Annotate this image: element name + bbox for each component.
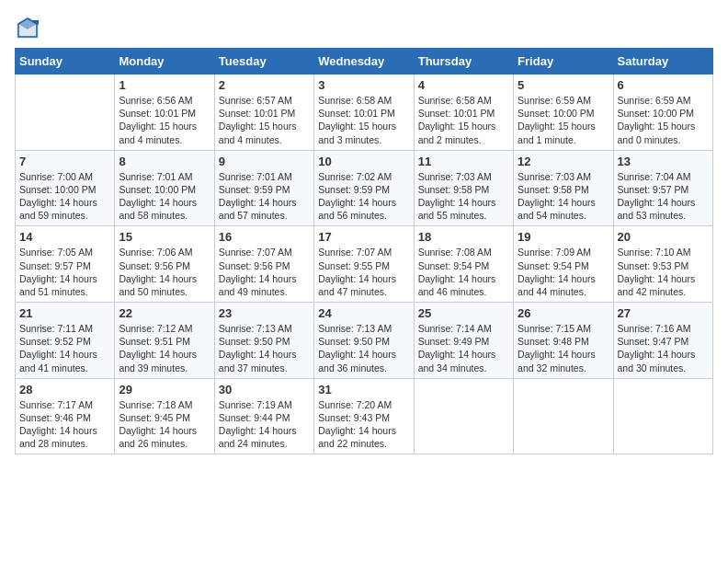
column-header-monday: Monday [115, 49, 214, 75]
calendar-cell: 27Sunrise: 7:16 AM Sunset: 9:47 PM Dayli… [613, 303, 712, 379]
calendar-cell: 11Sunrise: 7:03 AM Sunset: 9:58 PM Dayli… [414, 150, 513, 226]
day-info: Sunrise: 7:11 AM Sunset: 9:52 PM Dayligh… [19, 322, 110, 374]
calendar-cell: 9Sunrise: 7:01 AM Sunset: 9:59 PM Daylig… [214, 150, 313, 226]
day-number: 18 [418, 230, 509, 244]
page-header [15, 15, 713, 40]
calendar-cell: 28Sunrise: 7:17 AM Sunset: 9:46 PM Dayli… [16, 378, 115, 454]
day-number: 11 [418, 155, 509, 168]
day-info: Sunrise: 7:05 AM Sunset: 9:57 PM Dayligh… [19, 246, 110, 298]
calendar-cell: 13Sunrise: 7:04 AM Sunset: 9:57 PM Dayli… [613, 150, 712, 226]
day-info: Sunrise: 7:13 AM Sunset: 9:50 PM Dayligh… [219, 322, 310, 374]
calendar-cell [414, 378, 513, 454]
calendar-cell: 10Sunrise: 7:02 AM Sunset: 9:59 PM Dayli… [314, 150, 414, 226]
day-info: Sunrise: 7:08 AM Sunset: 9:54 PM Dayligh… [418, 246, 509, 298]
day-info: Sunrise: 6:58 AM Sunset: 10:01 PM Daylig… [318, 94, 409, 146]
day-number: 6 [618, 78, 709, 92]
day-info: Sunrise: 7:06 AM Sunset: 9:56 PM Dayligh… [119, 246, 210, 298]
day-info: Sunrise: 7:03 AM Sunset: 9:58 PM Dayligh… [518, 170, 609, 223]
column-header-tuesday: Tuesday [214, 49, 313, 75]
day-info: Sunrise: 7:17 AM Sunset: 9:46 PM Dayligh… [19, 398, 110, 451]
day-number: 13 [618, 155, 709, 168]
calendar-cell: 31Sunrise: 7:20 AM Sunset: 9:43 PM Dayli… [314, 378, 414, 454]
column-header-friday: Friday [514, 49, 613, 75]
calendar-header-row: SundayMondayTuesdayWednesdayThursdayFrid… [16, 49, 713, 75]
calendar-cell [16, 75, 115, 151]
logo-icon [15, 15, 40, 40]
day-info: Sunrise: 7:12 AM Sunset: 9:51 PM Dayligh… [119, 322, 210, 374]
day-info: Sunrise: 7:00 AM Sunset: 10:00 PM Daylig… [19, 170, 110, 223]
calendar-cell: 8Sunrise: 7:01 AM Sunset: 10:00 PM Dayli… [115, 150, 214, 226]
day-number: 24 [318, 306, 409, 320]
day-info: Sunrise: 7:01 AM Sunset: 10:00 PM Daylig… [119, 170, 210, 223]
calendar-week-row: 28Sunrise: 7:17 AM Sunset: 9:46 PM Dayli… [16, 378, 713, 454]
calendar-cell: 21Sunrise: 7:11 AM Sunset: 9:52 PM Dayli… [16, 303, 115, 379]
calendar-week-row: 1Sunrise: 6:56 AM Sunset: 10:01 PM Dayli… [16, 75, 713, 151]
day-number: 20 [618, 230, 709, 244]
calendar-cell: 24Sunrise: 7:13 AM Sunset: 9:50 PM Dayli… [314, 303, 414, 379]
calendar-cell [613, 378, 712, 454]
day-number: 15 [119, 230, 210, 244]
calendar-week-row: 21Sunrise: 7:11 AM Sunset: 9:52 PM Dayli… [16, 303, 713, 379]
day-info: Sunrise: 6:56 AM Sunset: 10:01 PM Daylig… [119, 94, 210, 146]
calendar-cell: 19Sunrise: 7:09 AM Sunset: 9:54 PM Dayli… [514, 226, 613, 303]
day-info: Sunrise: 7:07 AM Sunset: 9:55 PM Dayligh… [318, 246, 409, 298]
day-number: 16 [219, 230, 310, 244]
calendar-cell: 20Sunrise: 7:10 AM Sunset: 9:53 PM Dayli… [613, 226, 712, 303]
day-info: Sunrise: 7:18 AM Sunset: 9:45 PM Dayligh… [119, 398, 210, 451]
calendar-cell: 4Sunrise: 6:58 AM Sunset: 10:01 PM Dayli… [414, 75, 513, 151]
calendar-cell: 6Sunrise: 6:59 AM Sunset: 10:00 PM Dayli… [613, 75, 712, 151]
day-number: 22 [119, 306, 210, 320]
day-info: Sunrise: 7:16 AM Sunset: 9:47 PM Dayligh… [618, 322, 709, 374]
day-info: Sunrise: 7:19 AM Sunset: 9:44 PM Dayligh… [219, 398, 310, 451]
day-number: 1 [119, 78, 210, 92]
calendar-cell: 5Sunrise: 6:59 AM Sunset: 10:00 PM Dayli… [514, 75, 613, 151]
day-info: Sunrise: 7:01 AM Sunset: 9:59 PM Dayligh… [219, 170, 310, 223]
day-number: 29 [119, 383, 210, 396]
day-number: 7 [19, 155, 110, 168]
calendar-cell: 7Sunrise: 7:00 AM Sunset: 10:00 PM Dayli… [16, 150, 115, 226]
day-number: 10 [318, 155, 409, 168]
day-number: 3 [318, 78, 409, 92]
calendar-cell: 1Sunrise: 6:56 AM Sunset: 10:01 PM Dayli… [115, 75, 214, 151]
calendar-cell: 29Sunrise: 7:18 AM Sunset: 9:45 PM Dayli… [115, 378, 214, 454]
calendar-cell: 16Sunrise: 7:07 AM Sunset: 9:56 PM Dayli… [214, 226, 313, 303]
day-number: 14 [19, 230, 110, 244]
day-number: 19 [518, 230, 609, 244]
day-info: Sunrise: 7:14 AM Sunset: 9:49 PM Dayligh… [418, 322, 509, 374]
calendar-cell: 22Sunrise: 7:12 AM Sunset: 9:51 PM Dayli… [115, 303, 214, 379]
day-number: 31 [318, 383, 409, 396]
column-header-saturday: Saturday [613, 49, 712, 75]
calendar-cell: 3Sunrise: 6:58 AM Sunset: 10:01 PM Dayli… [314, 75, 414, 151]
day-number: 27 [618, 306, 709, 320]
day-number: 4 [418, 78, 509, 92]
day-info: Sunrise: 7:09 AM Sunset: 9:54 PM Dayligh… [518, 246, 609, 298]
calendar-cell: 15Sunrise: 7:06 AM Sunset: 9:56 PM Dayli… [115, 226, 214, 303]
calendar-week-row: 14Sunrise: 7:05 AM Sunset: 9:57 PM Dayli… [16, 226, 713, 303]
calendar-cell: 2Sunrise: 6:57 AM Sunset: 10:01 PM Dayli… [214, 75, 313, 151]
calendar-cell [514, 378, 613, 454]
day-info: Sunrise: 7:02 AM Sunset: 9:59 PM Dayligh… [318, 170, 409, 223]
calendar-cell: 23Sunrise: 7:13 AM Sunset: 9:50 PM Dayli… [214, 303, 313, 379]
day-number: 17 [318, 230, 409, 244]
logo [15, 15, 44, 40]
day-number: 5 [518, 78, 609, 92]
day-number: 21 [19, 306, 110, 320]
calendar-cell: 25Sunrise: 7:14 AM Sunset: 9:49 PM Dayli… [414, 303, 513, 379]
column-header-thursday: Thursday [414, 49, 513, 75]
day-info: Sunrise: 7:10 AM Sunset: 9:53 PM Dayligh… [618, 246, 709, 298]
day-number: 28 [19, 383, 110, 396]
day-info: Sunrise: 6:57 AM Sunset: 10:01 PM Daylig… [219, 94, 310, 146]
day-info: Sunrise: 6:59 AM Sunset: 10:00 PM Daylig… [518, 94, 609, 146]
day-number: 26 [518, 306, 609, 320]
day-number: 8 [119, 155, 210, 168]
day-number: 25 [418, 306, 509, 320]
day-info: Sunrise: 7:13 AM Sunset: 9:50 PM Dayligh… [318, 322, 409, 374]
day-info: Sunrise: 6:58 AM Sunset: 10:01 PM Daylig… [418, 94, 509, 146]
calendar-week-row: 7Sunrise: 7:00 AM Sunset: 10:00 PM Dayli… [16, 150, 713, 226]
calendar-cell: 17Sunrise: 7:07 AM Sunset: 9:55 PM Dayli… [314, 226, 414, 303]
day-number: 2 [219, 78, 310, 92]
day-number: 30 [219, 383, 310, 396]
calendar-cell: 14Sunrise: 7:05 AM Sunset: 9:57 PM Dayli… [16, 226, 115, 303]
day-info: Sunrise: 6:59 AM Sunset: 10:00 PM Daylig… [618, 94, 709, 146]
calendar-cell: 12Sunrise: 7:03 AM Sunset: 9:58 PM Dayli… [514, 150, 613, 226]
